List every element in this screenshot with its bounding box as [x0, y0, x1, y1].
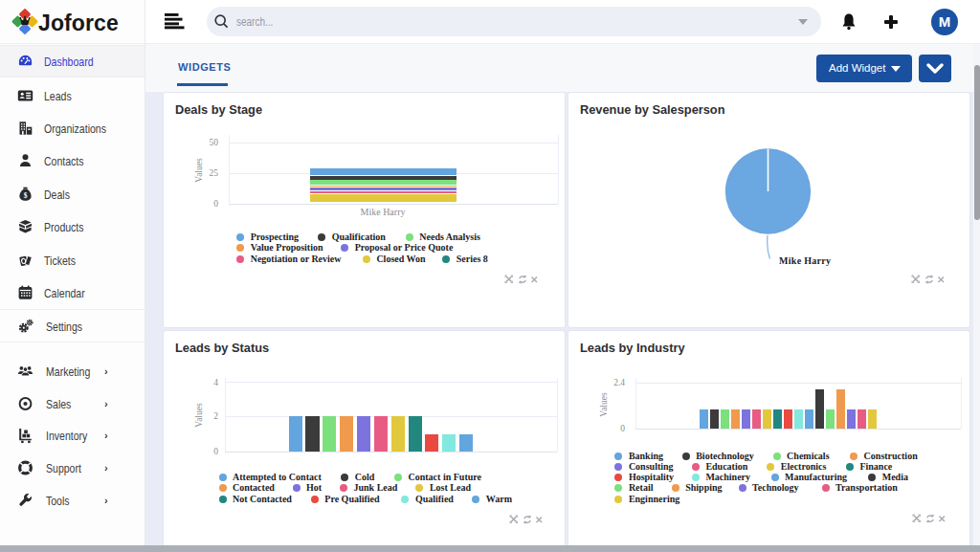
svg-text:$: $: [23, 191, 27, 200]
